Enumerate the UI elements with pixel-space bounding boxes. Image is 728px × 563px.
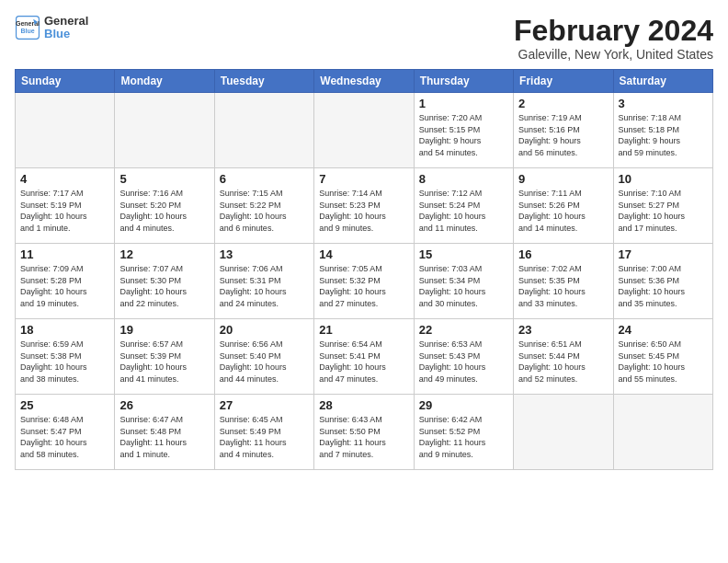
- day-number: 18: [20, 323, 109, 337]
- day-number: 20: [220, 323, 309, 337]
- day-cell: 17Sunrise: 7:00 AM Sunset: 5:36 PM Dayli…: [613, 244, 712, 319]
- day-cell: 27Sunrise: 6:45 AM Sunset: 5:49 PM Dayli…: [214, 395, 313, 470]
- day-cell: 9Sunrise: 7:11 AM Sunset: 5:26 PM Daylig…: [514, 168, 613, 244]
- day-number: 14: [319, 247, 408, 261]
- day-info: Sunrise: 6:59 AM Sunset: 5:38 PM Dayligh…: [20, 339, 109, 385]
- week-row-3: 11Sunrise: 7:09 AM Sunset: 5:28 PM Dayli…: [16, 244, 713, 319]
- day-info: Sunrise: 6:42 AM Sunset: 5:52 PM Dayligh…: [419, 414, 508, 460]
- day-cell: 7Sunrise: 7:14 AM Sunset: 5:23 PM Daylig…: [314, 168, 414, 244]
- day-cell: 13Sunrise: 7:06 AM Sunset: 5:31 PM Dayli…: [214, 244, 313, 319]
- logo: General Blue General Blue: [15, 15, 88, 41]
- day-cell: 20Sunrise: 6:56 AM Sunset: 5:40 PM Dayli…: [214, 319, 313, 395]
- calendar-title: February 2024: [514, 15, 713, 47]
- calendar-table: Sunday Monday Tuesday Wednesday Thursday…: [15, 69, 713, 470]
- day-info: Sunrise: 7:11 AM Sunset: 5:26 PM Dayligh…: [518, 188, 608, 234]
- week-row-2: 4Sunrise: 7:17 AM Sunset: 5:19 PM Daylig…: [16, 168, 713, 244]
- day-info: Sunrise: 6:45 AM Sunset: 5:49 PM Dayligh…: [220, 414, 309, 460]
- day-cell: 3Sunrise: 7:18 AM Sunset: 5:18 PM Daylig…: [613, 93, 712, 168]
- day-cell: 25Sunrise: 6:48 AM Sunset: 5:47 PM Dayli…: [16, 395, 115, 470]
- week-row-5: 25Sunrise: 6:48 AM Sunset: 5:47 PM Dayli…: [16, 395, 713, 470]
- day-cell: 14Sunrise: 7:05 AM Sunset: 5:32 PM Dayli…: [314, 244, 414, 319]
- day-info: Sunrise: 7:15 AM Sunset: 5:22 PM Dayligh…: [220, 188, 309, 234]
- col-friday: Friday: [514, 70, 613, 93]
- day-number: 2: [518, 97, 608, 110]
- day-cell: 18Sunrise: 6:59 AM Sunset: 5:38 PM Dayli…: [16, 319, 115, 395]
- day-number: 10: [619, 172, 708, 186]
- day-cell: 6Sunrise: 7:15 AM Sunset: 5:22 PM Daylig…: [214, 168, 313, 244]
- day-number: 28: [319, 398, 408, 412]
- day-info: Sunrise: 7:06 AM Sunset: 5:31 PM Dayligh…: [220, 263, 309, 309]
- day-info: Sunrise: 7:14 AM Sunset: 5:23 PM Dayligh…: [319, 188, 408, 234]
- day-number: 6: [220, 172, 309, 186]
- day-cell: 24Sunrise: 6:50 AM Sunset: 5:45 PM Dayli…: [613, 319, 712, 395]
- day-info: Sunrise: 7:00 AM Sunset: 5:36 PM Dayligh…: [619, 263, 708, 309]
- day-info: Sunrise: 7:10 AM Sunset: 5:27 PM Dayligh…: [619, 188, 708, 234]
- day-cell: [613, 395, 712, 470]
- day-info: Sunrise: 6:48 AM Sunset: 5:47 PM Dayligh…: [20, 414, 109, 460]
- day-cell: 1Sunrise: 7:20 AM Sunset: 5:15 PM Daylig…: [414, 93, 513, 168]
- logo-icon: General Blue: [15, 15, 40, 40]
- day-number: 5: [119, 172, 209, 186]
- day-number: 13: [220, 247, 309, 261]
- day-cell: 22Sunrise: 6:53 AM Sunset: 5:43 PM Dayli…: [414, 319, 513, 395]
- week-row-4: 18Sunrise: 6:59 AM Sunset: 5:38 PM Dayli…: [16, 319, 713, 395]
- day-info: Sunrise: 6:50 AM Sunset: 5:45 PM Dayligh…: [619, 339, 708, 385]
- day-number: 16: [518, 247, 608, 261]
- day-info: Sunrise: 7:02 AM Sunset: 5:35 PM Dayligh…: [518, 263, 608, 309]
- day-info: Sunrise: 7:03 AM Sunset: 5:34 PM Dayligh…: [419, 263, 508, 309]
- day-cell: 26Sunrise: 6:47 AM Sunset: 5:48 PM Dayli…: [115, 395, 214, 470]
- day-info: Sunrise: 6:43 AM Sunset: 5:50 PM Dayligh…: [319, 414, 408, 460]
- day-number: 26: [119, 398, 209, 412]
- day-number: 19: [119, 323, 209, 337]
- day-cell: 4Sunrise: 7:17 AM Sunset: 5:19 PM Daylig…: [16, 168, 115, 244]
- day-info: Sunrise: 7:05 AM Sunset: 5:32 PM Dayligh…: [319, 263, 408, 309]
- col-sunday: Sunday: [16, 70, 115, 93]
- day-cell: 2Sunrise: 7:19 AM Sunset: 5:16 PM Daylig…: [514, 93, 613, 168]
- day-cell: 23Sunrise: 6:51 AM Sunset: 5:44 PM Dayli…: [514, 319, 613, 395]
- day-number: 7: [319, 172, 408, 186]
- col-monday: Monday: [115, 70, 214, 93]
- logo-line2: Blue: [44, 28, 88, 40]
- day-info: Sunrise: 7:19 AM Sunset: 5:16 PM Dayligh…: [518, 112, 608, 158]
- week-row-1: 1Sunrise: 7:20 AM Sunset: 5:15 PM Daylig…: [16, 93, 713, 168]
- day-number: 11: [20, 247, 109, 261]
- day-number: 21: [319, 323, 408, 337]
- day-info: Sunrise: 7:17 AM Sunset: 5:19 PM Dayligh…: [20, 188, 109, 234]
- day-number: 8: [419, 172, 508, 186]
- col-wednesday: Wednesday: [314, 70, 414, 93]
- day-number: 4: [20, 172, 109, 186]
- page: General Blue General Blue February 2024 …: [0, 0, 728, 563]
- day-cell: 8Sunrise: 7:12 AM Sunset: 5:24 PM Daylig…: [414, 168, 513, 244]
- day-cell: 12Sunrise: 7:07 AM Sunset: 5:30 PM Dayli…: [115, 244, 214, 319]
- day-cell: 16Sunrise: 7:02 AM Sunset: 5:35 PM Dayli…: [514, 244, 613, 319]
- title-block: February 2024 Galeville, New York, Unite…: [514, 15, 713, 62]
- day-info: Sunrise: 6:57 AM Sunset: 5:39 PM Dayligh…: [119, 339, 209, 385]
- day-cell: 10Sunrise: 7:10 AM Sunset: 5:27 PM Dayli…: [613, 168, 712, 244]
- day-info: Sunrise: 7:09 AM Sunset: 5:28 PM Dayligh…: [20, 263, 109, 309]
- col-thursday: Thursday: [414, 70, 513, 93]
- calendar-subtitle: Galeville, New York, United States: [514, 47, 713, 62]
- day-number: 9: [518, 172, 608, 186]
- day-cell: 28Sunrise: 6:43 AM Sunset: 5:50 PM Dayli…: [314, 395, 414, 470]
- day-number: 22: [419, 323, 508, 337]
- day-number: 25: [20, 398, 109, 412]
- day-cell: [314, 93, 414, 168]
- col-saturday: Saturday: [613, 70, 712, 93]
- day-number: 17: [619, 247, 708, 261]
- day-cell: [16, 93, 115, 168]
- header-row: Sunday Monday Tuesday Wednesday Thursday…: [16, 70, 713, 93]
- day-info: Sunrise: 6:53 AM Sunset: 5:43 PM Dayligh…: [419, 339, 508, 385]
- day-cell: 5Sunrise: 7:16 AM Sunset: 5:20 PM Daylig…: [115, 168, 214, 244]
- day-info: Sunrise: 6:51 AM Sunset: 5:44 PM Dayligh…: [518, 339, 608, 385]
- header: General Blue General Blue February 2024 …: [15, 15, 713, 62]
- day-info: Sunrise: 7:12 AM Sunset: 5:24 PM Dayligh…: [419, 188, 508, 234]
- day-number: 12: [119, 247, 209, 261]
- day-info: Sunrise: 7:07 AM Sunset: 5:30 PM Dayligh…: [119, 263, 209, 309]
- day-info: Sunrise: 7:18 AM Sunset: 5:18 PM Dayligh…: [619, 112, 708, 158]
- day-info: Sunrise: 7:16 AM Sunset: 5:20 PM Dayligh…: [119, 188, 209, 234]
- day-cell: 11Sunrise: 7:09 AM Sunset: 5:28 PM Dayli…: [16, 244, 115, 319]
- day-cell: 29Sunrise: 6:42 AM Sunset: 5:52 PM Dayli…: [414, 395, 513, 470]
- day-cell: [115, 93, 214, 168]
- day-cell: 19Sunrise: 6:57 AM Sunset: 5:39 PM Dayli…: [115, 319, 214, 395]
- day-number: 23: [518, 323, 608, 337]
